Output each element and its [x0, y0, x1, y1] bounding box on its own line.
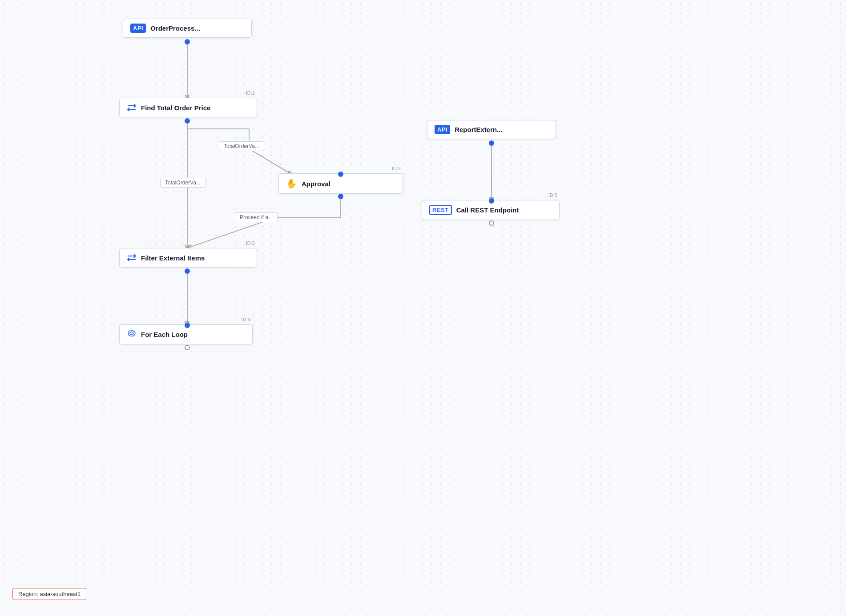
filter-external-bottom-dot: [185, 268, 190, 274]
edge-label-totalorderva1: TotalOrderVa...: [219, 141, 264, 151]
edge-label-totalorderva2: TotalOrderVa...: [160, 178, 205, 188]
edge-label-proceedifa: Proceed if a...: [235, 212, 278, 222]
for-each-label: For Each Loop: [141, 331, 188, 338]
region-badge: Region: asia-southeast1: [12, 588, 86, 600]
filter-external-items-node[interactable]: ID:3 Filter External Items: [119, 248, 257, 268]
call-rest-bottom-dot: [489, 220, 494, 226]
filter-external-id: ID:3: [246, 240, 255, 246]
for-each-bottom-dot: [185, 345, 190, 350]
report-extern-label: ReportExtern...: [455, 126, 503, 133]
call-rest-top-dot: [489, 198, 494, 204]
find-total-label: Find Total Order Price: [141, 104, 210, 112]
filter-icon-2: [127, 253, 137, 263]
loop-icon: [127, 329, 137, 340]
find-total-id: ID:1: [246, 90, 255, 96]
call-rest-id: ID:5: [548, 192, 557, 198]
api-badge: API: [130, 24, 146, 33]
report-extern-node[interactable]: API ReportExtern...: [427, 120, 556, 139]
order-process-label: OrderProcess...: [150, 24, 200, 32]
for-each-top-dot: [185, 323, 190, 328]
filter-external-label: Filter External Items: [141, 254, 205, 262]
filter-icon-1: [127, 103, 137, 112]
call-rest-label: Call REST Endpoint: [456, 206, 519, 214]
approval-label: Approval: [302, 180, 330, 188]
rest-badge: REST: [429, 205, 452, 215]
for-each-id: ID:4: [242, 317, 250, 322]
find-total-order-price-node[interactable]: ID:1 Find Total Order Price: [119, 98, 257, 117]
approval-bottom-dot: [338, 194, 343, 199]
report-api-badge: API: [435, 125, 450, 134]
approval-top-dot: [338, 172, 343, 177]
hand-icon: ✋: [286, 178, 297, 189]
order-process-top-dot: [185, 39, 190, 44]
order-process-node[interactable]: API OrderProcess...: [123, 19, 252, 38]
approval-id: ID:2: [392, 166, 401, 171]
report-extern-bottom-dot: [489, 140, 494, 146]
find-total-bottom-dot: [185, 118, 190, 124]
